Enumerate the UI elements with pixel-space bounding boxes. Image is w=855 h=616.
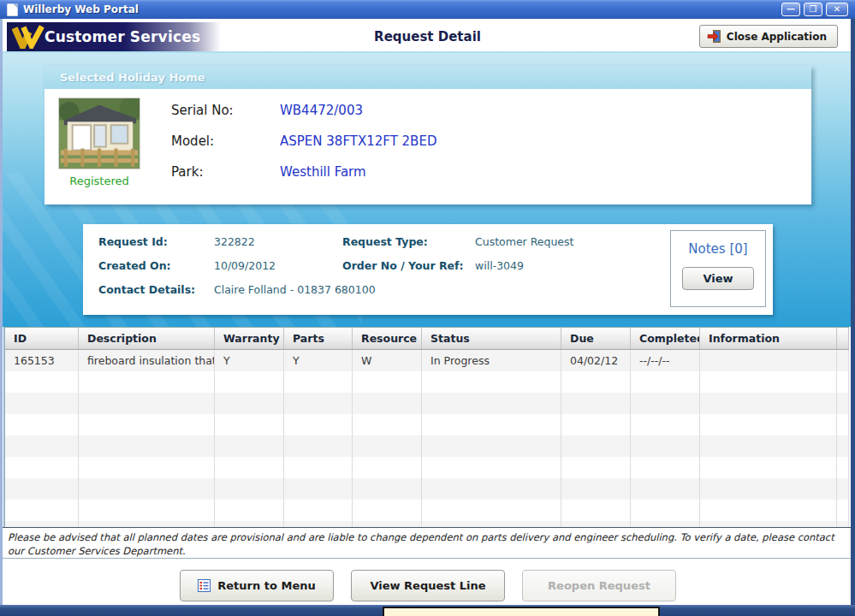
notes-count-label: Notes [0] (671, 241, 765, 257)
request-id-value: 322822 (214, 235, 255, 248)
cell-empty (5, 435, 79, 457)
close-application-label: Close Application (727, 31, 827, 43)
cell-empty (700, 521, 837, 527)
background-window-fragment (383, 607, 660, 616)
table-row-empty (5, 435, 849, 457)
cell-empty (353, 521, 422, 527)
close-application-button[interactable]: Close Application (699, 25, 838, 48)
cell-empty (284, 393, 353, 414)
order-no-label: Order No / Your Ref: (342, 259, 464, 272)
cell-empty (5, 393, 79, 414)
return-to-menu-label: Return to Menu (217, 579, 315, 592)
cell-empty (5, 500, 79, 521)
table-row-empty (5, 457, 849, 478)
action-button-bar: Return to Menu View Request Line Reopen … (3, 560, 851, 605)
cell-empty (700, 457, 837, 478)
cell-empty (5, 457, 79, 478)
cell-empty (700, 371, 837, 393)
cell-resource: W (353, 350, 422, 371)
view-notes-button[interactable]: View (682, 267, 754, 290)
view-request-line-button[interactable]: View Request Line (351, 570, 505, 601)
cell-empty (79, 414, 215, 435)
reopen-request-button[interactable]: Reopen Request (522, 570, 676, 601)
table-row-empty (5, 371, 849, 393)
cell-empty (631, 457, 700, 478)
close-button[interactable]: ✕ (826, 3, 848, 16)
cell-empty (561, 414, 631, 435)
cell-empty (79, 393, 215, 414)
request-type-value: Customer Request (475, 235, 573, 248)
table-row-empty (5, 478, 849, 500)
cell-empty (561, 393, 631, 414)
cell-empty (631, 371, 700, 393)
created-on-label: Created On: (98, 259, 171, 272)
cell-empty (700, 393, 837, 414)
col-header-description: Description (79, 328, 215, 349)
cell-empty (215, 521, 284, 527)
cell-empty (353, 435, 422, 457)
col-header-id: ID (5, 328, 79, 349)
park-label: Park: (171, 164, 203, 180)
cell-empty (353, 457, 422, 478)
window-titlebar: Willerby Web Portal — ❒ ✕ (0, 0, 855, 19)
table-row[interactable]: 165153 fireboard insulation that Y Y W I… (5, 350, 849, 371)
order-no-value: will-3049 (475, 259, 524, 272)
cell-empty (631, 414, 700, 435)
model-label: Model: (171, 133, 214, 149)
cell-warranty: Y (215, 350, 284, 371)
serial-no-value: WB4472/003 (280, 103, 363, 118)
table-header-row: ID Description Warranty Parts Resource S… (5, 328, 849, 350)
return-to-menu-button[interactable]: Return to Menu (180, 570, 334, 601)
cell-empty (837, 478, 849, 500)
cell-empty (837, 457, 849, 478)
cell-empty (215, 414, 284, 435)
willerby-w-logo-icon (12, 25, 45, 49)
request-lines-table: ID Description Warranty Parts Resource S… (3, 327, 849, 527)
cell-empty (284, 435, 353, 457)
table-row-empty (5, 521, 849, 527)
disclaimer-text: Please be advised that all planned dates… (3, 527, 851, 559)
cell-description: fireboard insulation that (79, 350, 215, 371)
cell-information (700, 350, 837, 371)
cell-empty (631, 478, 700, 500)
cell-empty (561, 521, 631, 527)
cell-empty (215, 435, 284, 457)
cell-empty (837, 414, 849, 435)
request-type-label: Request Type: (342, 235, 428, 248)
minimize-button[interactable]: — (781, 3, 800, 16)
cell-empty (422, 371, 561, 393)
cell-id: 165153 (5, 350, 79, 371)
col-header-information: Information (700, 328, 837, 349)
cell-empty (422, 478, 561, 500)
cell-empty (422, 435, 561, 457)
col-header-due: Due (561, 328, 631, 349)
cell-due: 04/02/12 (561, 350, 631, 371)
col-header-resource: Resource (353, 328, 422, 349)
cell-empty (561, 500, 631, 521)
reopen-request-label: Reopen Request (548, 579, 650, 592)
cell-empty (631, 521, 700, 527)
cell-empty (700, 500, 837, 521)
registered-status: Registered (45, 175, 154, 187)
cell-empty (5, 371, 79, 393)
cell-empty (837, 371, 849, 393)
cell-empty (215, 393, 284, 414)
cell-empty (79, 500, 215, 521)
cell-empty (422, 414, 561, 435)
serial-no-label: Serial No: (171, 103, 234, 118)
cell-empty (215, 371, 284, 393)
contact-details-value: Claire Folland - 01837 680100 (214, 283, 376, 296)
model-value: ASPEN 38FTX12FT 2BED (280, 133, 436, 149)
cell-empty (353, 478, 422, 500)
section-title: Selected Holiday Home (45, 66, 811, 89)
cell-empty (353, 414, 422, 435)
cell-empty (79, 521, 215, 527)
request-id-label: Request Id: (98, 235, 168, 248)
brand-title: Customer Services (45, 28, 200, 45)
maximize-button[interactable]: ❒ (804, 3, 822, 16)
cell-empty (215, 500, 284, 521)
window-title: Willerby Web Portal (23, 3, 139, 15)
window-bottom-border (0, 605, 855, 616)
cell-empty (5, 521, 79, 527)
cell-empty (353, 371, 422, 393)
